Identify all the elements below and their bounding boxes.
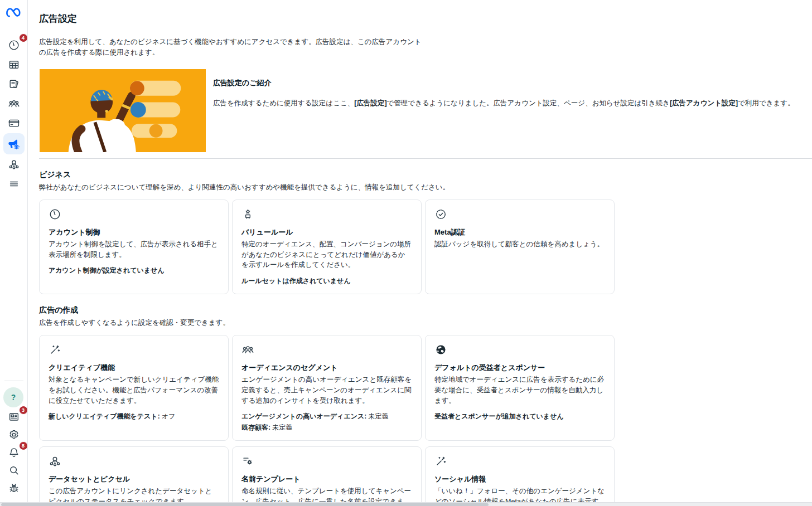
- gauge-icon: [49, 208, 219, 221]
- sidebar-item-events-manager[interactable]: [3, 155, 25, 174]
- horizontal-scrollbar[interactable]: [0, 502, 812, 506]
- sidebar-item-ads-reporting[interactable]: [3, 75, 25, 94]
- meta-logo-icon[interactable]: [6, 7, 22, 18]
- sidebar-item-help[interactable]: ?: [3, 387, 23, 407]
- settings-card[interactable]: ソーシャル情報 「いいね！」フォロー、その他のエンゲージメントなどのソーシャル情…: [425, 446, 615, 506]
- status-line: エンゲージメントの高いオーディエンス: 未定義: [241, 412, 412, 421]
- card-description: アカウント制御を設定して、広告が表示される相手と表示場所を制限します。: [49, 239, 219, 260]
- card-description: エンゲージメントの高いオーディエンスと既存顧客を定義すると、売上キャンペーンのオ…: [241, 374, 412, 406]
- svg-text:?: ?: [11, 393, 15, 402]
- notification-badge: 8: [19, 441, 28, 450]
- card-status: エンゲージメントの高いオーディエンス: 未定義既存顧客: 未定義: [241, 412, 412, 431]
- card-description: 特定地域でオーディエンスに広告を表示するために必要な場合に、受益者とスポンサーの…: [434, 374, 605, 406]
- section-divider: [39, 158, 812, 159]
- settings-card[interactable]: データセットとピクセル この広告アカウントにリンクされたデータセットとピクセルの…: [39, 446, 229, 506]
- globe-icon: [434, 343, 605, 357]
- app-window: 4 ?38 広告設定 広告設定を利用して、あなたのビジネスに基づく機能やおすすめ…: [0, 0, 812, 506]
- status-line: ルールセットは作成されていません: [241, 276, 412, 285]
- card-title: 名前テンプレート: [241, 474, 412, 484]
- newspaper-icon: [8, 411, 20, 423]
- settings-card[interactable]: アカウント制御 アカウント制御を設定して、広告が表示される相手と表示場所を制限し…: [39, 200, 229, 294]
- card-title: デフォルトの受益者とスポンサー: [434, 363, 605, 373]
- intro-body-segment: で管理できるようになりました。広告アカウント設定、ページ、お知らせ設定は引き続き: [387, 99, 670, 107]
- settings-section: ビジネス 弊社があなたのビジネスについて理解を深め、より関連性の高いおすすめや機…: [39, 170, 812, 294]
- status-line: アカウント制御が設定されていません: [49, 266, 219, 275]
- name-template-icon: [241, 455, 412, 468]
- page-description: 広告設定を利用して、あなたのビジネスに基づく機能やおすすめにアクセスできます。広…: [39, 37, 424, 59]
- card-title: オーディエンスのセグメント: [241, 363, 412, 373]
- card-description: 認証バッジを取得して顧客との信頼を高めましょう。: [434, 239, 605, 250]
- settings-card[interactable]: バリュールール 特定のオーディエンス、配置、コンバージョンの場所があなたのビジネ…: [232, 200, 422, 294]
- bug-icon: [8, 482, 20, 494]
- card-status: 受益者とスポンサーが追加されていません: [434, 412, 605, 421]
- gear-icon: [8, 429, 20, 441]
- status-line: 既存顧客: 未定義: [241, 423, 412, 432]
- card-title: ソーシャル情報: [434, 474, 605, 484]
- notification-badge: 3: [19, 406, 28, 415]
- sidebar-item-advertising-settings[interactable]: [3, 133, 25, 154]
- megaphone-gear-icon: [7, 138, 20, 150]
- intro-body-segment: [広告アカウント設定]: [670, 99, 738, 107]
- asset-tree-icon: [8, 158, 20, 171]
- settings-card[interactable]: デフォルトの受益者とスポンサー 特定地域でオーディエンスに広告を表示するために必…: [425, 335, 615, 441]
- wand-icon: [434, 455, 605, 468]
- sidebar-divider: [4, 381, 23, 381]
- settings-card[interactable]: クリエイティブ機能 対象となるキャンペーンで新しいクリエイティブ機能をお試しくだ…: [39, 335, 229, 441]
- card-status: ルールセットは作成されていません: [241, 276, 412, 285]
- card-grid: アカウント制御 アカウント制御を設定して、広告が表示される相手と表示場所を制限し…: [39, 200, 812, 294]
- sidebar-item-all-tools[interactable]: [3, 174, 25, 193]
- question-icon: ?: [7, 391, 20, 403]
- status-line: 受益者とスポンサーが追加されていません: [434, 412, 605, 421]
- sidebar-item-notifications[interactable]: 8: [3, 444, 25, 461]
- bell-icon: [8, 446, 20, 459]
- sidebar-item-report-problem[interactable]: [3, 479, 25, 497]
- card-status: 新しいクリエイティブ機能をテスト: オフ: [49, 412, 219, 421]
- value-rules-icon: [241, 208, 412, 221]
- hamburger-icon: [8, 178, 20, 190]
- sidebar: 4 ?38: [0, 0, 28, 506]
- settings-card[interactable]: 名前テンプレート 命名規則に従い、テンプレートを使用してキャンペーン、広告セット…: [232, 446, 422, 506]
- card-title: クリエイティブ機能: [49, 363, 219, 373]
- intro-illustration: [40, 69, 206, 152]
- card-grid: クリエイティブ機能 対象となるキャンペーンで新しいクリエイティブ機能をお試しくだ…: [39, 335, 812, 506]
- card-description: 特定のオーディエンス、配置、コンバージョンの場所があなたのビジネスにとってどれだ…: [241, 239, 412, 270]
- asset-tree-icon: [49, 455, 219, 468]
- pages-icon: [8, 78, 20, 90]
- sidebar-item-billing[interactable]: [3, 114, 25, 133]
- card-title: Meta認証: [434, 227, 605, 237]
- notification-badge: 4: [19, 33, 28, 42]
- intro-body: 広告を作成するために使用する設定はここ、[広告設定]で管理できるようになりました…: [213, 99, 795, 108]
- settings-card[interactable]: オーディエンスのセグメント エンゲージメントの高いオーディエンスと既存顧客を定義…: [232, 335, 422, 441]
- people-icon: [241, 343, 412, 357]
- horizontal-scrollbar-thumb[interactable]: [1, 503, 489, 506]
- gauge-icon: [8, 39, 20, 51]
- sidebar-item-settings[interactable]: [3, 426, 25, 443]
- card-title: データセットとピクセル: [49, 474, 219, 484]
- section-subtitle: 広告を作成しやすくなるように設定を確認・変更できます。: [39, 318, 812, 328]
- main-content: 広告設定 広告設定を利用して、あなたのビジネスに基づく機能やおすすめにアクセスで…: [28, 0, 812, 506]
- verified-badge-icon: [434, 208, 605, 221]
- settings-card[interactable]: Meta認証 認証バッジを取得して顧客との信頼を高めましょう。: [425, 200, 615, 294]
- intro-body-segment: [広告設定]: [354, 99, 386, 107]
- sidebar-item-whats-new[interactable]: 3: [3, 408, 25, 425]
- sidebar-item-campaigns[interactable]: [3, 55, 25, 74]
- card-status: アカウント制御が設定されていません: [49, 266, 219, 275]
- wand-icon: [49, 343, 219, 357]
- sidebar-item-audiences[interactable]: [3, 94, 25, 113]
- search-icon: [8, 464, 20, 476]
- credit-card-icon: [8, 117, 20, 129]
- section-subtitle: 弊社があなたのビジネスについて理解を深め、より関連性の高いおすすめや機能を提供で…: [39, 183, 812, 192]
- page-title: 広告設定: [39, 12, 812, 25]
- card-title: アカウント制御: [49, 227, 219, 237]
- intro-body-segment: 広告を作成するために使用する設定はここ、: [213, 99, 354, 107]
- card-description: 対象となるキャンペーンで新しいクリエイティブ機能をお試しください。機能と広告パフ…: [49, 374, 219, 406]
- card-title: バリュールール: [241, 227, 412, 237]
- section-title: 広告の作成: [39, 305, 812, 315]
- people-icon: [8, 98, 20, 110]
- table-icon: [8, 59, 20, 71]
- intro-body-segment: で利用できます。: [738, 99, 794, 107]
- sidebar-item-account-overview[interactable]: 4: [3, 36, 25, 55]
- intro-title: 広告設定のご紹介: [213, 78, 795, 88]
- sidebar-item-search[interactable]: [3, 461, 25, 479]
- intro-card: 広告設定のご紹介 広告を作成するために使用する設定はここ、[広告設定]で管理でき…: [39, 62, 812, 158]
